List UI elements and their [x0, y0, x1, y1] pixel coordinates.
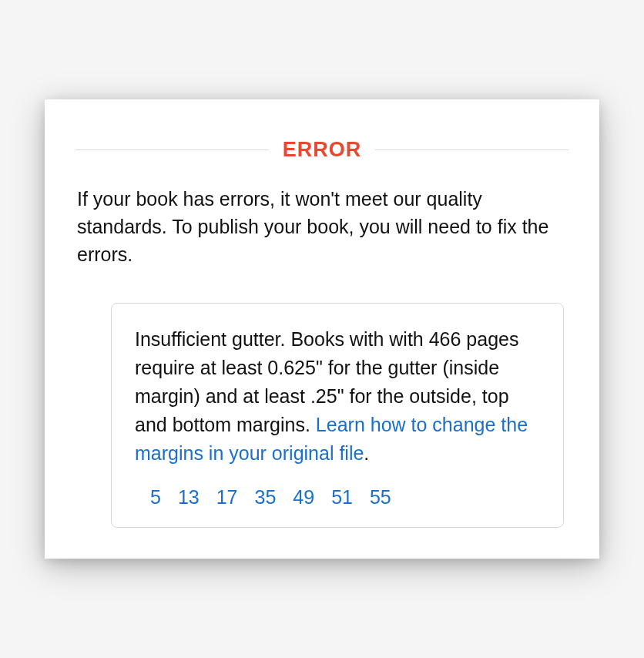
page-number-link[interactable]: 13 — [178, 486, 200, 509]
page-number-link[interactable]: 35 — [255, 486, 277, 509]
header-divider-left — [75, 149, 269, 150]
error-header: ERROR — [75, 138, 569, 162]
page-number-link[interactable]: 51 — [331, 486, 353, 509]
page-number-link[interactable]: 17 — [216, 486, 238, 509]
page-number-link[interactable]: 55 — [370, 486, 391, 509]
error-detail-box: Insufficient gutter. Books with with 466… — [111, 303, 564, 528]
error-card: ERROR If your book has errors, it won't … — [45, 99, 599, 559]
error-message: Insufficient gutter. Books with with 466… — [135, 325, 540, 468]
header-divider-right — [375, 149, 569, 150]
page-number-link[interactable]: 49 — [293, 486, 314, 509]
intro-text: If your book has errors, it won't meet o… — [75, 185, 569, 269]
page-number-link[interactable]: 5 — [150, 486, 161, 509]
error-title: ERROR — [269, 138, 376, 162]
error-message-period: . — [364, 442, 369, 464]
page-numbers-list: 5 13 17 35 49 51 55 — [135, 486, 540, 509]
